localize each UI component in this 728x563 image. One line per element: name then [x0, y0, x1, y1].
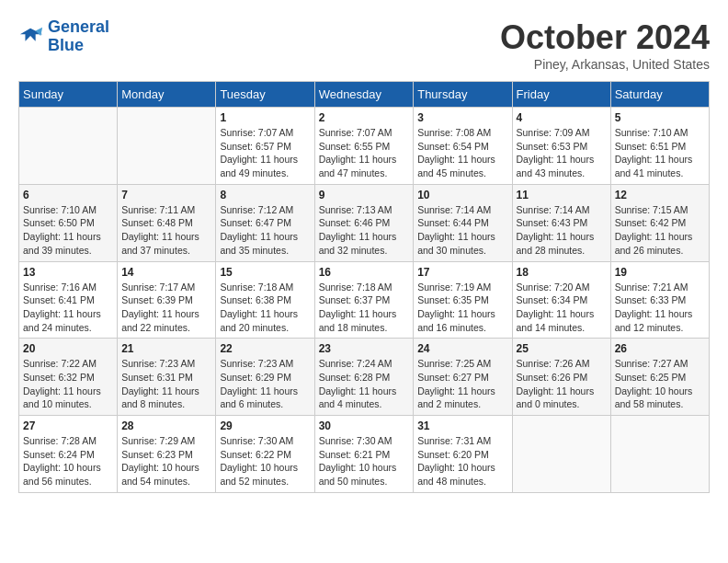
cell-info: Sunrise: 7:31 AMSunset: 6:20 PMDaylight:… [417, 434, 507, 488]
day-header-tuesday: Tuesday [216, 82, 314, 108]
cell-date: 14 [121, 266, 211, 279]
calendar-cell: 22Sunrise: 7:23 AMSunset: 6:29 PMDayligh… [216, 339, 314, 416]
cell-date: 16 [319, 266, 410, 279]
calendar-cell: 14Sunrise: 7:17 AMSunset: 6:39 PMDayligh… [118, 261, 216, 339]
cell-info: Sunrise: 7:17 AMSunset: 6:39 PMDaylight:… [121, 281, 211, 335]
cell-date: 22 [220, 342, 310, 355]
week-row-4: 20Sunrise: 7:22 AMSunset: 6:32 PMDayligh… [19, 339, 710, 416]
calendar-cell [19, 108, 118, 185]
location: Piney, Arkansas, United States [500, 57, 710, 72]
cell-date: 21 [121, 342, 211, 355]
calendar-cell: 20Sunrise: 7:22 AMSunset: 6:32 PMDayligh… [19, 339, 118, 416]
cell-info: Sunrise: 7:14 AMSunset: 6:43 PMDaylight:… [517, 203, 607, 258]
page-header: General Blue October 2024 Piney, Arkansa… [18, 18, 710, 72]
calendar-cell: 11Sunrise: 7:14 AMSunset: 6:43 PMDayligh… [512, 184, 610, 261]
cell-info: Sunrise: 7:26 AMSunset: 6:26 PMDaylight:… [517, 357, 607, 411]
calendar-cell: 21Sunrise: 7:23 AMSunset: 6:31 PMDayligh… [118, 339, 216, 416]
logo-icon [18, 24, 44, 50]
header-row: SundayMondayTuesdayWednesdayThursdayFrid… [19, 82, 710, 108]
cell-date: 10 [417, 189, 507, 201]
week-row-1: 1Sunrise: 7:07 AMSunset: 6:57 PMDaylight… [19, 108, 710, 185]
day-header-wednesday: Wednesday [314, 82, 414, 108]
day-header-saturday: Saturday [610, 82, 709, 108]
calendar-cell: 3Sunrise: 7:08 AMSunset: 6:54 PMDaylight… [414, 108, 512, 185]
cell-date: 24 [417, 342, 507, 355]
cell-date: 13 [23, 266, 113, 279]
cell-date: 29 [220, 419, 310, 432]
cell-date: 4 [517, 111, 607, 124]
cell-info: Sunrise: 7:10 AMSunset: 6:51 PMDaylight:… [615, 126, 705, 180]
cell-info: Sunrise: 7:23 AMSunset: 6:29 PMDaylight:… [220, 357, 310, 411]
calendar-cell: 28Sunrise: 7:29 AMSunset: 6:23 PMDayligh… [118, 416, 216, 493]
calendar-cell: 2Sunrise: 7:07 AMSunset: 6:55 PMDaylight… [314, 108, 414, 185]
calendar-cell [118, 108, 216, 185]
cell-info: Sunrise: 7:07 AMSunset: 6:57 PMDaylight:… [220, 126, 310, 180]
calendar-cell: 26Sunrise: 7:27 AMSunset: 6:25 PMDayligh… [610, 339, 709, 416]
cell-info: Sunrise: 7:19 AMSunset: 6:35 PMDaylight:… [417, 281, 507, 335]
cell-date: 23 [319, 342, 410, 355]
calendar-cell [512, 416, 610, 493]
cell-date: 19 [615, 266, 705, 279]
cell-info: Sunrise: 7:11 AMSunset: 6:48 PMDaylight:… [121, 203, 211, 258]
svg-marker-1 [36, 28, 42, 36]
cell-date: 6 [23, 189, 113, 201]
calendar-cell: 24Sunrise: 7:25 AMSunset: 6:27 PMDayligh… [414, 339, 512, 416]
cell-info: Sunrise: 7:30 AMSunset: 6:21 PMDaylight:… [319, 434, 410, 488]
cell-date: 27 [23, 419, 113, 432]
cell-info: Sunrise: 7:25 AMSunset: 6:27 PMDaylight:… [417, 357, 507, 411]
calendar-table: SundayMondayTuesdayWednesdayThursdayFrid… [18, 81, 710, 493]
calendar-cell: 27Sunrise: 7:28 AMSunset: 6:24 PMDayligh… [19, 416, 118, 493]
cell-date: 12 [615, 189, 705, 201]
cell-info: Sunrise: 7:07 AMSunset: 6:55 PMDaylight:… [319, 126, 410, 180]
cell-date: 20 [23, 342, 113, 355]
calendar-cell: 5Sunrise: 7:10 AMSunset: 6:51 PMDaylight… [610, 108, 709, 185]
calendar-cell: 15Sunrise: 7:18 AMSunset: 6:38 PMDayligh… [216, 261, 314, 339]
calendar-cell: 23Sunrise: 7:24 AMSunset: 6:28 PMDayligh… [314, 339, 414, 416]
cell-date: 1 [220, 111, 310, 124]
day-header-sunday: Sunday [19, 82, 118, 108]
cell-date: 28 [121, 419, 211, 432]
calendar-cell: 8Sunrise: 7:12 AMSunset: 6:47 PMDaylight… [216, 184, 314, 261]
cell-info: Sunrise: 7:23 AMSunset: 6:31 PMDaylight:… [121, 357, 211, 411]
cell-info: Sunrise: 7:24 AMSunset: 6:28 PMDaylight:… [319, 357, 410, 411]
month-title: October 2024 [500, 18, 710, 57]
calendar-cell: 7Sunrise: 7:11 AMSunset: 6:48 PMDaylight… [118, 184, 216, 261]
cell-date: 11 [517, 189, 607, 201]
calendar-cell: 18Sunrise: 7:20 AMSunset: 6:34 PMDayligh… [512, 261, 610, 339]
cell-date: 7 [121, 189, 211, 201]
cell-date: 8 [220, 189, 310, 201]
cell-info: Sunrise: 7:13 AMSunset: 6:46 PMDaylight:… [319, 203, 410, 258]
cell-info: Sunrise: 7:16 AMSunset: 6:41 PMDaylight:… [23, 281, 113, 335]
cell-info: Sunrise: 7:10 AMSunset: 6:50 PMDaylight:… [23, 203, 113, 258]
cell-date: 26 [615, 342, 705, 355]
cell-info: Sunrise: 7:14 AMSunset: 6:44 PMDaylight:… [417, 203, 507, 258]
cell-date: 17 [417, 266, 507, 279]
cell-info: Sunrise: 7:21 AMSunset: 6:33 PMDaylight:… [615, 281, 705, 335]
week-row-3: 13Sunrise: 7:16 AMSunset: 6:41 PMDayligh… [19, 261, 710, 339]
cell-date: 25 [517, 342, 607, 355]
cell-info: Sunrise: 7:20 AMSunset: 6:34 PMDaylight:… [517, 281, 607, 335]
cell-info: Sunrise: 7:22 AMSunset: 6:32 PMDaylight:… [23, 357, 113, 411]
cell-date: 31 [417, 419, 507, 432]
logo: General Blue [18, 18, 109, 55]
cell-date: 18 [517, 266, 607, 279]
cell-info: Sunrise: 7:29 AMSunset: 6:23 PMDaylight:… [121, 434, 211, 488]
calendar-cell: 9Sunrise: 7:13 AMSunset: 6:46 PMDaylight… [314, 184, 414, 261]
cell-info: Sunrise: 7:18 AMSunset: 6:37 PMDaylight:… [319, 281, 410, 335]
calendar-cell: 31Sunrise: 7:31 AMSunset: 6:20 PMDayligh… [414, 416, 512, 493]
calendar-cell: 6Sunrise: 7:10 AMSunset: 6:50 PMDaylight… [19, 184, 118, 261]
day-header-thursday: Thursday [414, 82, 512, 108]
calendar-cell: 19Sunrise: 7:21 AMSunset: 6:33 PMDayligh… [610, 261, 709, 339]
cell-info: Sunrise: 7:27 AMSunset: 6:25 PMDaylight:… [615, 357, 705, 411]
logo-text: General Blue [48, 18, 109, 55]
calendar-cell: 30Sunrise: 7:30 AMSunset: 6:21 PMDayligh… [314, 416, 414, 493]
cell-date: 5 [615, 111, 705, 124]
calendar-cell: 12Sunrise: 7:15 AMSunset: 6:42 PMDayligh… [610, 184, 709, 261]
cell-info: Sunrise: 7:15 AMSunset: 6:42 PMDaylight:… [615, 203, 705, 258]
cell-date: 15 [220, 266, 310, 279]
cell-info: Sunrise: 7:18 AMSunset: 6:38 PMDaylight:… [220, 281, 310, 335]
cell-info: Sunrise: 7:30 AMSunset: 6:22 PMDaylight:… [220, 434, 310, 488]
calendar-cell: 16Sunrise: 7:18 AMSunset: 6:37 PMDayligh… [314, 261, 414, 339]
cell-date: 30 [319, 419, 410, 432]
calendar-cell: 13Sunrise: 7:16 AMSunset: 6:41 PMDayligh… [19, 261, 118, 339]
